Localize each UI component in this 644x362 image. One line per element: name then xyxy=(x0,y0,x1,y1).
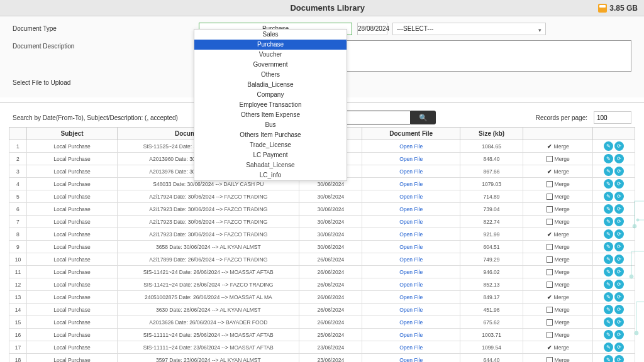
sync-icon[interactable]: ⟳ xyxy=(614,229,624,239)
row-actions: ✎⟳ xyxy=(593,278,635,291)
search-button[interactable]: 🔍 xyxy=(411,111,436,124)
open-file-link[interactable]: Open File xyxy=(399,231,423,238)
sync-icon[interactable]: ⟳ xyxy=(614,255,624,264)
sync-icon[interactable]: ⟳ xyxy=(614,343,624,352)
sync-icon[interactable]: ⟳ xyxy=(614,292,624,302)
sync-icon[interactable]: ⟳ xyxy=(614,267,624,277)
table-row: 11Local PurchaseSIS-11421~24 Date: 26/06… xyxy=(9,266,635,278)
open-file-link[interactable]: Open File xyxy=(399,269,423,275)
edit-icon[interactable]: ✎ xyxy=(604,317,613,327)
doctype-dropdown[interactable]: SalesPurchaseVoucherGovernmentOthersBala… xyxy=(194,29,347,181)
open-file-link[interactable]: Open File xyxy=(399,244,423,250)
sync-icon[interactable]: ⟳ xyxy=(614,305,624,314)
sync-icon[interactable]: ⟳ xyxy=(614,154,624,163)
dropdown-item[interactable]: Bus xyxy=(194,120,347,130)
edit-icon[interactable]: ✎ xyxy=(604,280,613,289)
sync-icon[interactable]: ⟳ xyxy=(614,179,624,189)
checkmark-icon: ✔ xyxy=(547,168,552,175)
row-file: Open File xyxy=(362,216,460,228)
open-file-link[interactable]: Open File xyxy=(399,332,423,338)
open-file-link[interactable]: Open File xyxy=(399,219,423,225)
sync-icon[interactable]: ⟳ xyxy=(614,280,624,289)
search-icon: 🔍 xyxy=(419,114,428,121)
merge-checkbox[interactable] xyxy=(547,219,553,225)
sync-icon[interactable]: ⟳ xyxy=(614,330,624,339)
dropdown-item[interactable]: Purchase xyxy=(194,40,347,50)
dropdown-item[interactable]: Others Item Expense xyxy=(194,110,347,120)
dropdown-item[interactable]: Sales xyxy=(194,30,347,40)
open-file-link[interactable]: Open File xyxy=(399,319,423,326)
dropdown-item[interactable]: Others xyxy=(194,70,347,80)
dropdown-item[interactable]: LC_info xyxy=(194,170,347,180)
edit-icon[interactable]: ✎ xyxy=(604,292,613,302)
open-file-link[interactable]: Open File xyxy=(399,256,423,263)
edit-icon[interactable]: ✎ xyxy=(604,217,613,226)
merge-checkbox[interactable] xyxy=(547,244,553,250)
row-description: A2013626 Date: 26/06/2024 --> BAYADER FO… xyxy=(118,316,299,329)
merge-checkbox[interactable] xyxy=(547,357,553,363)
edit-icon[interactable]: ✎ xyxy=(604,242,613,251)
dropdown-item[interactable]: Government xyxy=(194,60,347,70)
date-input[interactable]: 28/08/2024 xyxy=(357,23,387,35)
open-file-link[interactable]: Open File xyxy=(399,143,423,150)
merge-checkbox[interactable] xyxy=(547,269,553,275)
open-file-link[interactable]: Open File xyxy=(399,294,423,300)
edit-icon[interactable]: ✎ xyxy=(604,330,613,339)
table-row: 5Local PurchaseA2/17924 Date: 30/06/2024… xyxy=(9,190,635,203)
merge-checkbox[interactable] xyxy=(547,332,553,338)
merge-checkbox[interactable] xyxy=(547,156,553,162)
open-file-link[interactable]: Open File xyxy=(399,282,423,288)
edit-icon[interactable]: ✎ xyxy=(604,192,613,201)
dropdown-item[interactable]: Sahadat_License xyxy=(194,160,347,170)
open-file-link[interactable]: Open File xyxy=(399,168,423,175)
edit-icon[interactable]: ✎ xyxy=(604,305,613,314)
open-file-link[interactable]: Open File xyxy=(399,357,423,363)
secondary-select[interactable]: ---SELECT--- xyxy=(392,23,546,35)
merge-checkbox[interactable] xyxy=(547,194,553,200)
edit-icon[interactable]: ✎ xyxy=(604,167,613,176)
open-file-link[interactable]: Open File xyxy=(399,206,423,212)
row-subject: Local Purchase xyxy=(26,140,118,153)
merge-label: Merge xyxy=(555,244,570,250)
dropdown-item[interactable]: Company xyxy=(194,90,347,100)
sync-icon[interactable]: ⟳ xyxy=(614,192,624,201)
dropdown-item[interactable]: Voucher xyxy=(194,50,347,60)
dropdown-item[interactable]: Employee Transaction xyxy=(194,100,347,110)
sync-icon[interactable]: ⟳ xyxy=(614,167,624,176)
edit-icon[interactable]: ✎ xyxy=(604,154,613,163)
open-file-link[interactable]: Open File xyxy=(399,181,423,187)
sync-icon[interactable]: ⟳ xyxy=(614,355,624,362)
edit-icon[interactable]: ✎ xyxy=(604,343,613,352)
merge-checkbox[interactable] xyxy=(547,181,553,187)
dropdown-item[interactable]: Baladia_License xyxy=(194,80,347,90)
open-file-link[interactable]: Open File xyxy=(399,344,423,351)
edit-icon[interactable]: ✎ xyxy=(604,179,613,189)
sync-icon[interactable]: ⟳ xyxy=(614,242,624,251)
edit-icon[interactable]: ✎ xyxy=(604,267,613,277)
row-subject: Local Purchase xyxy=(26,216,118,228)
merge-checkbox[interactable] xyxy=(547,307,553,313)
merge-checkbox[interactable] xyxy=(547,282,553,288)
merge-checkbox[interactable] xyxy=(547,319,553,326)
edit-icon[interactable]: ✎ xyxy=(604,355,613,362)
merge-checkbox[interactable] xyxy=(547,206,553,212)
open-file-link[interactable]: Open File xyxy=(399,194,423,200)
dropdown-item[interactable]: Trade_License xyxy=(194,140,347,150)
dropdown-item[interactable]: Others Item Purchase xyxy=(194,130,347,140)
edit-icon[interactable]: ✎ xyxy=(604,255,613,264)
records-per-page-input[interactable] xyxy=(594,111,631,124)
row-subject: Local Purchase xyxy=(26,203,118,216)
sync-icon[interactable]: ⟳ xyxy=(614,204,624,214)
dropdown-item[interactable]: LC Payment xyxy=(194,150,347,160)
sync-icon[interactable]: ⟳ xyxy=(614,317,624,327)
edit-icon[interactable]: ✎ xyxy=(604,141,613,151)
sync-icon[interactable]: ⟳ xyxy=(614,141,624,151)
edit-icon[interactable]: ✎ xyxy=(604,229,613,239)
open-file-link[interactable]: Open File xyxy=(399,307,423,313)
edit-icon[interactable]: ✎ xyxy=(604,204,613,214)
merge-label: Merge xyxy=(555,282,570,288)
sync-icon[interactable]: ⟳ xyxy=(614,217,624,226)
merge-checkbox[interactable] xyxy=(547,256,553,263)
open-file-link[interactable]: Open File xyxy=(399,156,423,162)
row-merge: Merge xyxy=(523,203,593,216)
